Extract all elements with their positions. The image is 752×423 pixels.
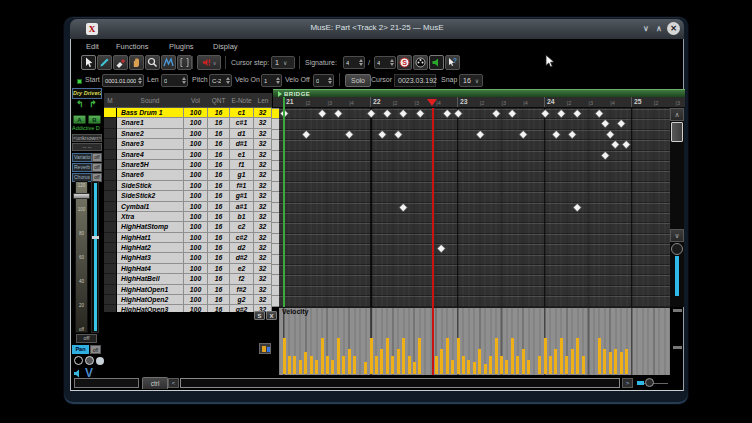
drum-row-snare2[interactable]: Snare210016d132 [104,129,272,139]
velocity-bar[interactable] [402,338,405,374]
fader-handle[interactable] [73,193,90,199]
velocity-bar[interactable] [397,349,400,374]
velocity-bar[interactable] [484,364,487,374]
scroll-up-icon[interactable]: ∧ [670,108,684,121]
velocity-bar[interactable] [544,338,547,374]
drum-note[interactable] [493,110,499,116]
window-shade-icon[interactable]: ∨ [641,25,651,33]
velocity-bar[interactable] [505,360,508,374]
drum-note[interactable] [368,110,374,116]
drum-note[interactable] [444,110,450,116]
velocity-bar[interactable] [353,356,356,374]
velocity-bar[interactable] [565,356,568,374]
ctl-variatio[interactable]: Variatiooff [72,153,102,162]
velocity-bar[interactable] [625,349,628,374]
drum-row-sidestick[interactable]: SideStick10016f#132 [104,181,272,191]
velocity-bar[interactable] [288,356,291,374]
velocity-bar[interactable] [522,349,525,374]
velocity-bar[interactable] [451,360,454,374]
velocity-bar[interactable] [598,338,601,374]
drum-row-snare6[interactable]: Snare610016g132 [104,170,272,180]
velocity-bar[interactable] [326,356,329,374]
velocity-bar[interactable] [375,356,378,374]
draw-lines-tool-button[interactable] [161,55,176,70]
velocity-bar[interactable] [370,338,373,374]
velocity-bar[interactable] [560,338,563,374]
velocity-bar[interactable] [457,338,460,374]
drum-row-snare5h[interactable]: Snare5H10016f132 [104,160,272,170]
velocity-bar[interactable] [489,356,492,374]
velocity-bar[interactable] [331,360,334,374]
drum-note[interactable] [400,204,406,210]
velocity-bar[interactable] [603,349,606,374]
volume-fader[interactable]: 12010080604020off [72,181,102,333]
menu-item-plugins[interactable]: Plugins [169,42,194,51]
velocity-bar[interactable] [478,349,481,374]
window-close-button[interactable]: ✕ [667,22,680,35]
len-spin[interactable]: 0 [161,74,188,87]
drum-note[interactable] [395,131,401,137]
drum-row-highhatopen3[interactable]: HighHatOpen310016g#232 [104,305,272,312]
signature-numerator-spin[interactable]: 4 [343,56,365,69]
velocity-bar[interactable] [293,356,296,374]
solo-ctrl-button[interactable]: S [254,311,265,320]
drum-note[interactable] [384,110,390,116]
drum-row-snare4[interactable]: Snare410016e132 [104,150,272,160]
drum-note[interactable] [455,110,461,116]
velocity-bar[interactable] [538,356,541,374]
window-titlebar[interactable]: X MusE: Part <Track 2> 21-25 — MusE ∨ ∧ … [70,19,684,39]
drum-note[interactable] [400,110,406,116]
output-port-button[interactable]: Dry Driver2 [72,88,102,99]
drum-note[interactable] [574,110,580,116]
vertical-scrollbar[interactable]: ∧ ∨ [670,108,684,307]
drum-note[interactable] [319,110,325,116]
route-in-icon[interactable]: ↰ [76,99,84,109]
velocity-bar[interactable] [391,356,394,374]
power-icon[interactable] [74,356,83,365]
drum-note[interactable] [569,131,575,137]
pan-value[interactable]: off [90,345,101,354]
step-record-button[interactable]: S [397,55,412,70]
velocity-bar[interactable] [342,356,345,374]
velocity-bar[interactable] [549,356,552,374]
drum-note[interactable] [542,110,548,116]
drum-row-highhat2[interactable]: HighHat210016d232 [104,243,272,253]
velocity-bar[interactable] [299,360,302,374]
pitch-spin[interactable]: C-2 [209,74,232,87]
velocity-bar[interactable] [337,338,340,374]
velocity-bar[interactable] [446,338,449,374]
velocity-bar[interactable] [582,356,585,374]
drum-event-grid[interactable] [279,108,670,307]
velocity-panel[interactable]: Velocity [279,307,670,375]
velocity-bar[interactable] [321,338,324,374]
drum-note[interactable] [335,110,341,116]
velocity-bar[interactable] [413,362,416,374]
velocity-bar[interactable] [418,338,421,374]
drum-note[interactable] [574,204,580,210]
drum-note[interactable] [613,141,619,147]
velocity-bar[interactable] [495,338,498,374]
scroll-left-icon[interactable]: < [168,378,179,388]
controller-select-button[interactable] [259,343,271,354]
drum-note[interactable] [439,245,445,251]
velocity-bar[interactable] [620,352,623,374]
snap-combo[interactable]: 16∨ [459,74,483,87]
menu-item-functions[interactable]: Functions [116,42,149,51]
pan-hand-tool-button[interactable] [129,55,144,70]
drum-note[interactable] [607,131,613,137]
drum-row-snare1[interactable]: Snare110016c#132 [104,118,272,128]
drum-note[interactable] [618,120,624,126]
velocity-bar[interactable] [364,362,367,374]
patch-name[interactable]: <unknown> [72,134,102,142]
velocity-bar[interactable] [614,349,617,374]
velocity-bar[interactable] [554,349,557,374]
velocity-bar[interactable] [516,356,519,374]
velocity-bar[interactable] [310,356,313,374]
cursor-step-combo[interactable]: 1∨ [271,56,295,69]
velocity-bar[interactable] [315,360,318,374]
drum-note[interactable] [623,141,629,147]
velocity-bar[interactable] [440,349,443,374]
velocity-bar[interactable] [571,349,574,374]
velocity-bar[interactable] [473,362,476,374]
marker-bar[interactable]: BRIDGE [273,89,685,97]
